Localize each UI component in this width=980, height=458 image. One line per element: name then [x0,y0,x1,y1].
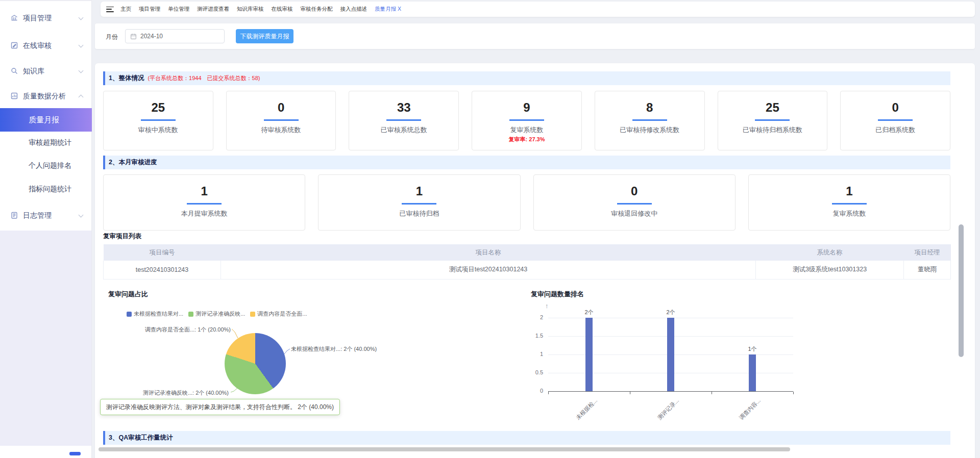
review-rate-note: 复审率: 27.3% [472,136,581,143]
legend-label: 测评记录准确反映... [195,310,245,318]
stat-label: 已审核待归档 [318,210,520,218]
pie-chart-review-issue-ratio: 复审问题占比 未根据检查结果对... 测评记录准确反映... 调查内容是否全面.… [103,286,511,431]
section-1-header: 1、整体情况 (平台系统总数：1944 已提交系统总数：58) [103,71,950,85]
month-input[interactable] [140,33,207,40]
legend-item[interactable]: 测评记录准确反映... [188,310,245,318]
calendar-icon [130,33,137,40]
stat-underline [402,203,436,205]
legend-swatch [188,312,193,317]
horizontal-scrollbar-thumb[interactable] [99,447,790,451]
sidebar-subitem-label: 指标问题统计 [29,185,71,193]
stat-card: 1 已审核待归档 [318,174,520,231]
stat-underline [264,119,299,121]
log-icon [10,211,18,219]
stat-value: 1 [104,184,305,198]
legend-item[interactable]: 未根据检查结果对... [127,310,183,318]
sidebar-empty-area [0,231,91,446]
table-header-row: 项目编号 项目名称 系统名称 项目经理 [104,244,951,261]
sidebar-item-online-review[interactable]: 在线审核 [0,38,92,53]
sidebar-subitem-personal-issue-rank[interactable]: 个人问题排名 [0,158,92,173]
legend-label: 未根据检查结果对... [134,310,183,318]
stat-value: 0 [534,184,735,198]
chart-icon [10,92,18,100]
tab-progress-view[interactable]: 测评进度查看 [197,6,229,13]
tab-unit-mgmt[interactable]: 单位管理 [168,6,189,13]
x-category-label: 未根据检... [574,397,599,421]
cell-project-name: 测试项目test202410301243 [221,261,756,279]
stat-value: 1 [749,184,950,198]
sidebar-item-log-mgmt[interactable]: 日志管理 [0,208,92,223]
stat-underline [832,203,867,205]
sidebar-item-label: 日志管理 [23,208,52,223]
vertical-scrollbar-thumb[interactable] [959,224,964,357]
col-project-id: 项目编号 [104,244,221,261]
pie-graphic[interactable] [225,333,286,394]
stat-value: 0 [841,100,950,115]
search-icon [10,67,18,75]
bar-not-per-check[interactable] [585,318,593,391]
filter-bar: 月份 下载测评质量月报 [95,23,975,49]
tab-access-point[interactable]: 接入点描述 [340,6,368,13]
cell-project-id: test202410301243 [104,261,221,279]
stat-underline [141,119,176,121]
tab-close-icon[interactable]: X [398,6,401,12]
month-picker[interactable] [125,29,225,43]
legend-item[interactable]: 调查内容是否全面... [250,310,307,318]
stat-label: 审核中系统数 [104,126,213,134]
bar-record[interactable] [667,318,674,391]
stat-value: 8 [595,100,704,115]
sidebar-item-label: 在线审核 [23,38,52,53]
table-row[interactable]: test202410301243 测试项目test202410301243 测试… [104,261,951,279]
sidebar-item-knowledge-base[interactable]: 知识库 [0,63,92,79]
sidebar-subitem-overdue-stats[interactable]: 审核超期统计 [0,135,92,150]
sidebar-subitem-label: 审核超期统计 [29,138,71,146]
stat-underline [632,119,667,121]
sidebar-subitem-quality-monthly-report[interactable]: 质量月报 [0,108,92,132]
x-tick [548,392,549,394]
col-system-name: 系统名称 [756,244,904,261]
sidebar-hscroll-thumb[interactable] [69,452,81,455]
x-category-label: 测评记录... [656,397,680,421]
y-tick-label: 0 [523,388,543,394]
edit-icon [10,41,18,49]
pie-callout-record: 测评记录准确反映...: 2个 (40.00%) [143,389,229,397]
sidebar-item-label: 质量数据分析 [23,88,66,104]
y-tick-label: 0.5 [523,369,543,375]
x-tick [630,392,630,394]
tab-home[interactable]: 主页 [120,6,131,13]
tab-quality-monthly-active[interactable]: 质量月报 X [375,6,401,13]
chevron-down-icon [79,68,84,73]
pie-callout-survey: 调查内容是否全面...: 1个 (20.00%) [145,326,231,334]
stat-label: 已审核待归档系统数 [718,126,827,134]
menu-collapse-icon[interactable] [106,7,114,12]
col-project-manager: 项目经理 [904,244,951,261]
tab-project-mgmt[interactable]: 项目管理 [139,6,160,13]
stat-label: 已审核待修改系统数 [595,126,704,134]
tab-task-assign[interactable]: 审核任务分配 [301,6,333,13]
review-table-title: 复审项目列表 [103,232,141,241]
overview-cards-row: 25 审核中系统数 0 待审核系统数 33 已审核系统总数 9 复审系统数 复审… [103,91,950,150]
sidebar-item-project-mgmt[interactable]: 项目管理 [0,10,92,26]
stat-underline [878,119,913,121]
section-2-title: 2、本月审核进度 [109,158,157,167]
sidebar-subitem-label: 质量月报 [29,115,59,124]
sidebar-subitem-indicator-issue-stats[interactable]: 指标问题统计 [0,181,92,196]
download-report-button[interactable]: 下载测评质量月报 [236,29,293,43]
tab-online-review[interactable]: 在线审核 [272,6,293,13]
stat-label: 复审系统数 [472,126,581,134]
y-tick-label: 2 [523,314,543,320]
bar-survey[interactable] [749,354,756,391]
stat-card: 0 待审核系统数 [226,91,336,150]
sidebar-item-quality-analysis[interactable]: 质量数据分析 [0,88,92,104]
bar-value-label: 2个 [655,309,686,316]
bar-chart-title: 复审问题数量排名 [531,290,584,299]
chevron-down-icon [79,15,84,20]
x-axis-line [548,391,793,392]
cell-system-name: 测试3级系统test10301323 [756,261,904,279]
stat-label: 复审系统数 [749,210,950,218]
pie-chart-title: 复审问题占比 [108,290,148,299]
x-tick [712,392,712,394]
review-project-table: 项目编号 项目名称 系统名称 项目经理 test202410301243 测试项… [103,244,951,279]
stat-label: 审核退回修改中 [534,210,735,218]
tab-kb-review[interactable]: 知识库审核 [237,6,264,13]
